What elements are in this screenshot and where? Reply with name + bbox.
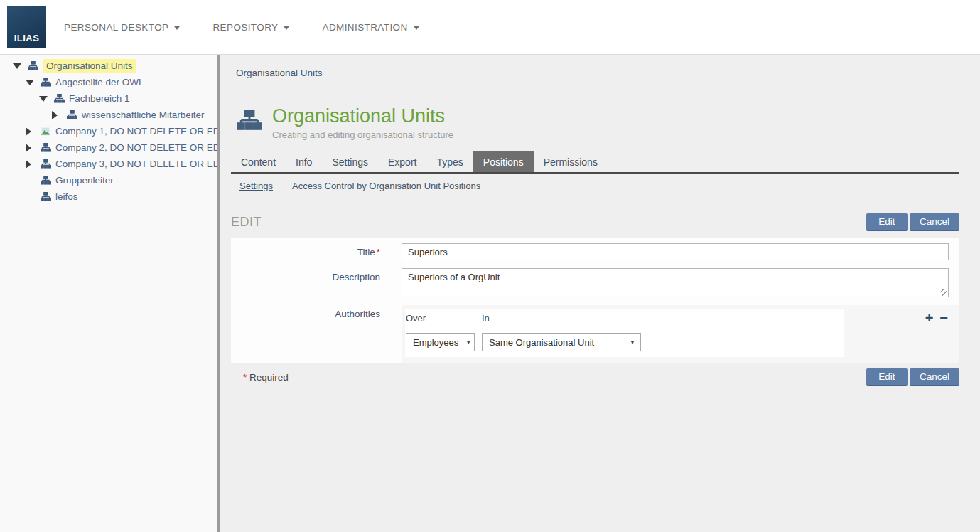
tab-types[interactable]: Types — [426, 151, 473, 172]
tree-item-company-1[interactable]: Company 1, DO NOT DELETE OR EDIT!!! — [0, 123, 217, 139]
chevron-down-icon — [174, 26, 180, 30]
description-textarea[interactable]: Superiors of a OrgUnit — [402, 268, 949, 297]
select-caret-icon: ▼ — [465, 339, 471, 346]
authority-over-value: Employees — [413, 337, 458, 348]
edit-button-top[interactable]: Edit — [866, 213, 908, 231]
menu-administration-label: ADMINISTRATION — [322, 22, 407, 33]
select-caret-icon: ▼ — [630, 339, 635, 346]
title-label: Title* — [231, 243, 402, 260]
ilias-logo[interactable]: ILIAS — [7, 6, 46, 48]
required-note: * Required — [242, 372, 289, 383]
picture-icon — [41, 127, 51, 136]
authority-over-select[interactable]: Employees ▼ — [406, 333, 475, 351]
tree-collapse-icon[interactable] — [13, 63, 28, 69]
tree-item-company-3[interactable]: Company 3, DO NOT DELETE OR EDIT!!! — [0, 156, 217, 172]
menu-repository[interactable]: REPOSITORY — [212, 22, 289, 33]
tree-item-wissenschaftliche-mitarbeiter[interactable]: wissenschaftliche Mitarbeiter — [0, 107, 217, 123]
tab-content[interactable]: Content — [231, 151, 286, 172]
tab-positions[interactable]: Positions — [473, 151, 534, 172]
tree-item-label: Company 1, DO NOT DELETE OR EDIT!!! — [55, 126, 217, 137]
required-asterisk: * — [243, 372, 247, 383]
tree-item-label: Fachbereich 1 — [69, 93, 130, 104]
tab-export[interactable]: Export — [378, 151, 426, 172]
authority-in-header: In — [482, 313, 652, 324]
tree-expand-icon[interactable] — [26, 127, 41, 136]
tree-item-label: wissenschaftliche Mitarbeiter — [82, 110, 205, 120]
tree-item-fachbereich-1[interactable]: Fachbereich 1 — [0, 90, 217, 107]
tab-settings[interactable]: Settings — [322, 151, 378, 172]
main-content: Organisational Units Organisational Unit… — [220, 55, 980, 532]
edit-button-bottom[interactable]: Edit — [866, 368, 908, 386]
subtab-bar: Settings Access Control by Organisation … — [231, 174, 959, 199]
description-textarea-wrap: Superiors of a OrgUnit — [402, 268, 949, 297]
tree-item-label: Company 3, DO NOT DELETE OR EDIT!!! — [55, 159, 217, 169]
cancel-button-bottom[interactable]: Cancel — [910, 368, 959, 386]
orgunit-icon — [41, 176, 51, 185]
title-input[interactable] — [402, 243, 949, 260]
main-menu: PERSONAL DESKTOP REPOSITORY ADMINISTRATI… — [64, 0, 419, 55]
tree-item-label: Gruppenleiter — [55, 175, 114, 186]
tree-item-organisational-units[interactable]: Organisational Units — [0, 58, 217, 74]
menu-personal-desktop[interactable]: PERSONAL DESKTOP — [64, 22, 180, 33]
tree-item-angestellte-der-owl[interactable]: Angestellte der OWL — [0, 74, 217, 90]
tree-collapse-icon[interactable] — [39, 96, 54, 102]
form-section-title: EDIT — [231, 215, 262, 230]
breadcrumb[interactable]: Organisational Units — [236, 68, 323, 78]
tree-item-label: leifos — [55, 191, 78, 202]
tree-expand-icon[interactable] — [26, 160, 41, 169]
authority-over-header: Over — [406, 313, 482, 324]
tree-item-leifos[interactable]: leifos — [0, 188, 217, 205]
authorities-label: Authorities — [231, 305, 402, 363]
authority-in-select[interactable]: Same Organisational Unit ▼ — [482, 333, 641, 351]
authority-in-value: Same Organisational Unit — [489, 337, 594, 348]
orgunit-icon — [41, 78, 51, 87]
tree-expand-icon[interactable] — [26, 144, 41, 152]
page-title: Organisational Units — [272, 105, 453, 127]
tree-item-label: Organisational Units — [43, 59, 136, 73]
description-label: Description — [231, 268, 402, 297]
edit-position-form: Title* Description Superiors of a OrgUni… — [231, 238, 959, 363]
orgunit-icon — [54, 94, 65, 103]
authorities-panel: Over Employees ▼ In Same Organi — [402, 305, 959, 363]
menu-repository-label: REPOSITORY — [212, 22, 278, 33]
orgunit-icon — [41, 192, 51, 201]
subtab-settings[interactable]: Settings — [239, 181, 273, 191]
page-subtitle: Creating and editing organisational stru… — [272, 129, 453, 140]
tree-item-company-2[interactable]: Company 2, DO NOT DELETE OR EDIT!!! — [0, 139, 217, 156]
tree-expand-icon[interactable] — [52, 111, 67, 119]
orgunit-icon — [41, 143, 51, 152]
orgunit-icon — [67, 110, 77, 119]
orgunit-header-icon — [237, 110, 262, 131]
tree-item-gruppenleiter[interactable]: Gruppenleiter — [0, 172, 217, 188]
tree-item-label: Angestellte der OWL — [55, 77, 144, 87]
chevron-down-icon — [414, 26, 419, 30]
tree-item-label: Company 2, DO NOT DELETE OR EDIT!!! — [55, 142, 217, 153]
tab-bar: Content Info Settings Export Types Posit… — [231, 151, 959, 174]
tab-permissions[interactable]: Permissions — [534, 151, 608, 172]
orgunit-icon — [28, 61, 38, 70]
repository-tree-sidebar: Organisational Units Angestellte der OWL… — [0, 55, 217, 532]
top-navbar: ILIAS PERSONAL DESKTOP REPOSITORY ADMINI… — [0, 0, 980, 55]
cancel-button-top[interactable]: Cancel — [910, 213, 959, 231]
orgunit-icon — [41, 159, 51, 169]
menu-personal-desktop-label: PERSONAL DESKTOP — [64, 22, 168, 33]
remove-authority-icon[interactable]: − — [939, 311, 948, 325]
tab-info[interactable]: Info — [286, 151, 322, 172]
required-asterisk: * — [377, 247, 380, 257]
subtab-access-control[interactable]: Access Control by Organisation Unit Posi… — [292, 181, 480, 191]
page-header: Organisational Units Creating and editin… — [237, 105, 959, 140]
menu-administration[interactable]: ADMINISTRATION — [322, 22, 419, 33]
add-authority-icon[interactable]: + — [925, 311, 934, 325]
chevron-down-icon — [284, 26, 289, 30]
tree-collapse-icon[interactable] — [26, 80, 41, 85]
